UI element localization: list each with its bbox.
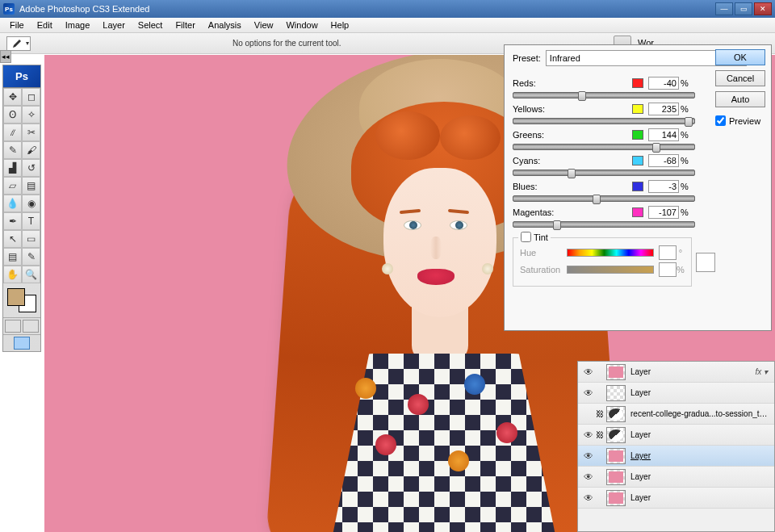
menu-image[interactable]: Image [59,19,97,31]
layer-thumbnail[interactable] [606,427,626,443]
dodge-tool[interactable]: ◉ [22,195,40,212]
menu-edit[interactable]: Edit [31,19,59,31]
lasso-tool[interactable]: ʘ [3,106,22,124]
tint-color-swatch[interactable] [696,253,715,272]
layer-name[interactable]: Layer [628,493,771,502]
layer-name[interactable]: recent-college-gradua...to-session_t20_j… [628,409,771,418]
quick-mask-button[interactable] [23,320,39,333]
pen-tool[interactable]: ✒ [3,212,22,230]
visibility-toggle[interactable]: 👁 [581,367,596,378]
auto-button[interactable]: Auto [715,91,765,107]
menu-view[interactable]: View [248,19,280,31]
layer-row[interactable]: 👁Layer [578,446,774,467]
layer-thumbnail[interactable] [606,364,626,380]
magic-wand-tool[interactable]: ✧ [22,106,40,124]
path-selection-tool[interactable]: ↖ [3,230,22,248]
slider-value-input[interactable] [648,128,679,141]
minimize-button[interactable]: ― [715,2,733,15]
layer-row[interactable]: 👁⛓Layer [578,425,774,446]
layer-name[interactable]: Layer [628,472,771,481]
layer-row[interactable]: 👁Layer [578,383,774,404]
hand-tool[interactable]: ✋ [3,266,22,283]
menu-help[interactable]: Help [325,19,356,31]
slider-thumb[interactable] [593,195,601,204]
layer-name[interactable]: Layer [628,451,771,460]
layer-row[interactable]: 👁Layer [578,467,774,488]
menu-select[interactable]: Select [132,19,170,31]
slider-track[interactable] [513,221,695,228]
slider-value-input[interactable] [648,180,679,193]
fx-indicator[interactable]: fx ▾ [755,367,771,376]
marquee-tool[interactable]: ◻ [22,88,40,106]
visibility-toggle[interactable]: 👁 [581,429,596,441]
color-swatches[interactable] [7,288,36,312]
slider-thumb[interactable] [568,169,576,178]
layer-name[interactable]: Layer [628,367,755,376]
eraser-tool[interactable]: ▱ [3,177,22,195]
slider-value-input[interactable] [648,103,679,115]
hue-swatch[interactable] [659,245,677,260]
menu-layer[interactable]: Layer [96,19,132,31]
slider-value-input[interactable] [648,77,679,90]
ok-button[interactable]: OK [715,49,765,65]
maximize-button[interactable]: ▭ [735,2,752,15]
tool-preset-picker[interactable]: ▾ [6,36,31,51]
visibility-toggle[interactable]: 👁 [581,492,596,504]
saturation-swatch[interactable] [659,262,677,277]
slider-track[interactable] [513,118,695,124]
menu-filter[interactable]: Filter [169,19,201,31]
layer-row[interactable]: ⛓recent-college-gradua...to-session_t20_… [578,404,774,425]
visibility-toggle[interactable]: 👁 [581,471,596,483]
layer-thumbnail[interactable] [606,469,626,485]
slider-track[interactable] [513,195,695,202]
eyedropper-tool[interactable]: ✎ [22,248,40,266]
layer-name[interactable]: Layer [628,388,771,397]
standard-mode-button[interactable] [5,320,21,333]
slider-thumb[interactable] [553,220,561,230]
cancel-button[interactable]: Cancel [715,70,765,86]
stamp-tool[interactable]: ▟ [3,159,22,177]
notes-tool[interactable]: ▤ [3,248,22,266]
layer-row[interactable]: 👁Layerfx ▾ [578,362,774,383]
slider-track[interactable] [513,92,695,98]
menu-bar: FileEditImageLayerSelectFilterAnalysisVi… [0,18,775,33]
visibility-toggle[interactable]: 👁 [581,450,596,462]
blur-tool[interactable]: 💧 [3,195,22,212]
slider-value-input[interactable] [648,206,679,219]
healing-brush-tool[interactable]: ✎ [3,141,22,159]
zoom-tool[interactable]: 🔍 [22,266,40,283]
menu-window[interactable]: Window [279,19,324,31]
menu-file[interactable]: File [3,19,31,31]
slider-track[interactable] [513,144,695,150]
slider-track[interactable] [513,170,695,176]
layer-thumbnail[interactable] [606,406,626,422]
slider-thumb[interactable] [652,143,660,153]
hue-slider[interactable] [567,249,654,257]
layer-row[interactable]: 👁Layer [578,488,774,509]
screen-mode-button[interactable] [14,337,30,350]
layer-thumbnail[interactable] [606,490,626,506]
history-brush-tool[interactable]: ↺ [22,159,40,177]
slider-thumb[interactable] [685,117,693,127]
toolbox-header[interactable]: Ps [3,65,40,88]
menu-analysis[interactable]: Analysis [202,19,248,31]
slider-thumb[interactable] [578,91,586,101]
move-tool[interactable]: ✥ [3,88,22,106]
gradient-tool[interactable]: ▤ [22,177,40,195]
preview-checkbox[interactable] [715,115,726,126]
slider-value-input[interactable] [648,154,679,167]
crop-tool[interactable]: ⫽ [3,124,22,141]
layer-thumbnail[interactable] [606,385,626,401]
foreground-color-swatch[interactable] [7,288,25,306]
visibility-toggle[interactable]: 👁 [581,387,596,399]
layer-name[interactable]: Layer [628,430,771,439]
shape-tool[interactable]: ▭ [22,230,40,248]
type-tool[interactable]: T [22,212,40,230]
layer-thumbnail[interactable] [606,448,626,464]
brush-tool[interactable]: 🖌 [22,141,40,159]
slice-tool[interactable]: ✂ [22,124,40,141]
close-button[interactable]: ✕ [754,2,772,15]
tint-checkbox[interactable] [521,232,531,242]
saturation-slider[interactable] [567,266,654,274]
panel-collapse-tab[interactable]: ◂◂ [0,50,11,63]
